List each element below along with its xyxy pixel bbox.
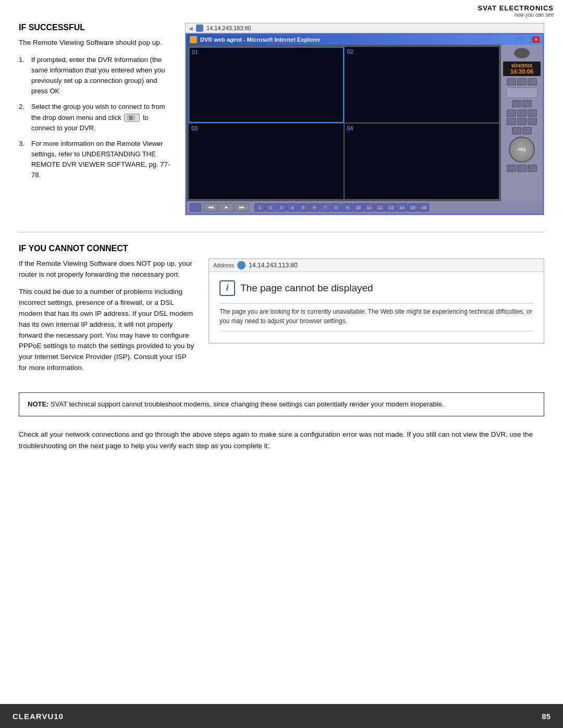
successful-section: IF SUCCESSFUL The Remote Viewing Softwar… (19, 23, 544, 215)
dvr-ctrl-btn-13[interactable] (522, 127, 532, 134)
footer-brand: CLEARVU10 (13, 712, 64, 721)
dvr-control-group-1 (507, 78, 537, 85)
dvr-ctrl-btn-3[interactable] (528, 78, 537, 85)
address-text-outer: 14.14.243.183:80 (206, 25, 251, 31)
dvr-ctrl-btn-1[interactable] (507, 78, 516, 85)
successful-steps: 1. If prompted, enter the DVR Informatio… (19, 55, 173, 181)
dvr-ch-16[interactable]: 16 (419, 203, 429, 212)
cannot-para-2: This could be due to a number of problem… (19, 287, 196, 374)
list-item: 1. If prompted, enter the DVR Informatio… (19, 55, 173, 97)
dvr-transport-next[interactable]: ▶▶ (235, 203, 249, 212)
successful-title: IF SUCCESSFUL (19, 23, 173, 32)
address-back-icon: ◀ (189, 26, 193, 31)
dvr-ctrl-btn-9[interactable] (507, 118, 516, 125)
ie-minimize-btn[interactable]: _ (516, 36, 523, 43)
error-body-text: The page you are looking for is currentl… (219, 307, 533, 326)
dvr-ctrl-btn-11[interactable] (528, 118, 537, 125)
dvr-ch-13[interactable]: 13 (386, 203, 396, 212)
error-address-bar: Address 14.14.243.113:80 (209, 259, 544, 272)
dvr-bottom-bar: ◀◀ ▶ ▶▶ 1 2 3 4 5 6 7 8 (187, 201, 543, 214)
dvr-ch-9[interactable]: 9 (342, 203, 352, 212)
error-screenshot: Address 14.14.243.113:80 i The page cann… (209, 258, 544, 343)
list-num-2: 2. (19, 102, 27, 133)
dvr-cell-label-1: 01 (192, 49, 198, 55)
dvr-ctrl-btn-7[interactable] (517, 109, 527, 117)
dvr-body: 01 02 03 04 (187, 45, 543, 201)
dvr-dropdown[interactable] (506, 88, 537, 98)
dvr-ctrl-btn-5[interactable] (522, 100, 532, 107)
dvr-ctrl-btn-15[interactable] (517, 165, 527, 172)
dvr-ch-2[interactable]: 2 (265, 203, 276, 212)
dvr-ch-1[interactable]: 1 (254, 203, 265, 212)
dvr-transport-play[interactable]: ▶ (219, 203, 234, 212)
cannot-connect-section: IF YOU CANNOT CONNECT If the Remote View… (19, 244, 544, 380)
dvr-ch-12[interactable]: 12 (375, 203, 385, 212)
cannot-connect-two-col: If the Remote Viewing Software does NOT … (19, 258, 544, 380)
ie-window: DVR web agent - Microsoft Internet Explo… (186, 33, 544, 215)
dvr-transport-prev[interactable]: ◀◀ (203, 203, 218, 212)
dvr-ctrl-btn-8[interactable] (528, 109, 537, 117)
dvr-cell-label-2: 02 (347, 48, 353, 55)
bottom-paragraph: Check all your network connections and g… (19, 429, 544, 451)
dvr-ctrl-btn-10[interactable] (517, 118, 527, 125)
dvr-ptz-control[interactable]: PTZ (509, 137, 535, 163)
cannot-left-col: If the Remote Viewing Software does NOT … (19, 258, 196, 380)
dvr-icon-btn-1[interactable] (190, 203, 201, 212)
dvr-icon-area (190, 203, 201, 212)
error-title-row: i The page cannot be displayed (219, 280, 533, 296)
dvr-ctrl-btn-4[interactable] (512, 100, 521, 107)
dvr-cell-3: 03 (189, 124, 344, 199)
main-content: IF SUCCESSFUL The Remote Viewing Softwar… (0, 0, 563, 483)
dvr-ch-6[interactable]: 6 (309, 203, 320, 212)
dvr-date: 9/24/2002 (505, 63, 538, 68)
error-divider-2 (219, 331, 533, 331)
ie-title-left: DVR web agent - Microsoft Internet Explo… (190, 36, 320, 43)
dvr-sidebar: 9/24/2002 14:30:06 (501, 45, 543, 201)
dvr-transport-controls: ◀◀ ▶ ▶▶ (203, 203, 249, 212)
ie-title-icon (190, 36, 197, 43)
brand-name: SVAT ELECTRONICS (459, 4, 554, 12)
dvr-ch-14[interactable]: 14 (397, 203, 407, 212)
dvr-ch-15[interactable]: 15 (408, 203, 418, 212)
dvr-ch-5[interactable]: 5 (298, 203, 309, 212)
dvr-ctrl-btn-6[interactable] (507, 109, 516, 117)
error-address-text: 14.14.243.113:80 (249, 262, 297, 269)
list-content-3: For more information on the Remote Viewe… (31, 139, 173, 181)
dvr-control-group-3 (503, 109, 541, 125)
dvr-ch-3[interactable]: 3 (276, 203, 287, 212)
dvr-ch-10[interactable]: 10 (353, 203, 363, 212)
dvr-ch-4[interactable]: 4 (287, 203, 298, 212)
list-num-1: 1. (19, 55, 27, 97)
ie-close-btn[interactable]: ✕ (532, 36, 540, 43)
dvr-cell-1: 01 (189, 47, 344, 122)
dvr-ctrl-btn-12[interactable] (512, 127, 521, 134)
connect-button-inline (124, 114, 140, 122)
dvr-ctrl-btn-16[interactable] (528, 165, 537, 172)
dvr-ctrl-btn-2[interactable] (517, 78, 527, 85)
address-bar-outer: ◀ 14.14.243.183:80 (186, 23, 544, 33)
list-item: 2. Select the group you wish to connect … (19, 102, 173, 133)
cannot-right-col: Address 14.14.243.113:80 i The page cann… (209, 258, 544, 380)
error-info-icon: i (219, 280, 235, 296)
successful-intro: The Remote Viewing Software should pop u… (19, 38, 173, 48)
connect-icon (127, 115, 137, 121)
cannot-para-1: If the Remote Viewing Software does NOT … (19, 258, 196, 280)
dvr-ctrl-btn-14[interactable] (507, 165, 516, 172)
note-box: NOTE: SVAT technical support cannot trou… (19, 392, 544, 416)
ie-maximize-btn[interactable]: □ (524, 36, 531, 43)
cannot-connect-title: IF YOU CANNOT CONNECT (19, 244, 544, 253)
list-num-3: 3. (19, 139, 27, 181)
list-item: 3. For more information on the Remote Vi… (19, 139, 173, 181)
dvr-screenshot: ◀ 14.14.243.183:80 DVR web agent - Micro… (185, 23, 544, 215)
dvr-camera-grid: 01 02 03 04 (187, 45, 501, 201)
note-text: SVAT technical support cannot troublesho… (51, 400, 444, 408)
dvr-ch-7[interactable]: 7 (320, 203, 331, 212)
dvr-channel-buttons: 1 2 3 4 5 6 7 8 9 10 11 12 13 (254, 203, 429, 212)
footer-page: 85 (542, 712, 550, 721)
dvr-logo-circle (514, 48, 530, 58)
dvr-ch-11[interactable]: 11 (364, 203, 374, 212)
error-globe-icon (237, 261, 246, 269)
list-content-2: Select the group you wish to connect to … (31, 102, 173, 133)
error-title-text: The page cannot be displayed (240, 282, 373, 294)
dvr-ch-8[interactable]: 8 (331, 203, 341, 212)
